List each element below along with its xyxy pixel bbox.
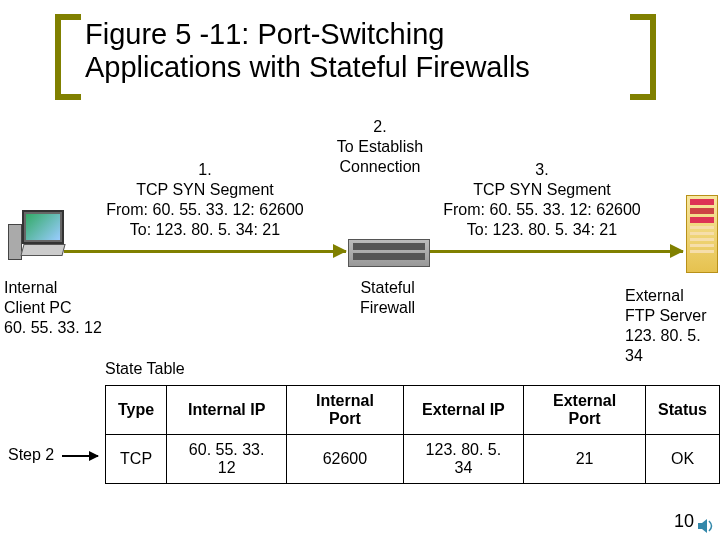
arrow-pc-to-firewall [64, 250, 346, 253]
state-table-title: State Table [105, 360, 185, 378]
pc-l3: 60. 55. 33. 12 [4, 319, 102, 336]
title-bracket-right [630, 14, 656, 100]
pc-l1: Internal [4, 279, 57, 296]
pc-l2: Client PC [4, 299, 72, 316]
note1-l3: To: 123. 80. 5. 34: 21 [130, 221, 280, 238]
state-table: Type Internal IP Internal Port External … [105, 385, 720, 484]
step2-label: Step 2 [8, 446, 54, 464]
note-1: 1. TCP SYN Segment From: 60. 55. 33. 12:… [95, 160, 315, 240]
th-external-ip: External IP [403, 386, 523, 435]
note2-l2: Connection [340, 158, 421, 175]
note2-num: 2. [373, 118, 386, 135]
note3-num: 3. [535, 161, 548, 178]
note-3: 3. TCP SYN Segment From: 60. 55. 33. 12:… [432, 160, 652, 240]
figure-title: Figure 5 -11: Port-Switching Application… [85, 18, 530, 85]
td-external-ip: 123. 80. 5. 34 [403, 435, 523, 484]
td-external-port: 21 [524, 435, 646, 484]
note3-l2: From: 60. 55. 33. 12: 62600 [443, 201, 640, 218]
note1-l1: TCP SYN Segment [136, 181, 274, 198]
th-internal-ip: Internal IP [167, 386, 287, 435]
server-label: External FTP Server 123. 80. 5. 34 [625, 286, 720, 366]
note3-l3: To: 123. 80. 5. 34: 21 [467, 221, 617, 238]
td-internal-ip: 60. 55. 33. 12 [167, 435, 287, 484]
note2-l1: To Establish [337, 138, 423, 155]
fw-l2: Firewall [360, 299, 415, 316]
fw-l1: Stateful [360, 279, 414, 296]
firewall-icon [348, 239, 430, 267]
srv-l3: 123. 80. 5. 34 [625, 327, 701, 364]
td-status: OK [646, 435, 720, 484]
table-header-row: Type Internal IP Internal Port External … [106, 386, 720, 435]
title-line1: Figure 5 -11: Port-Switching [85, 18, 444, 50]
title-line2: Applications with Stateful Firewalls [85, 51, 530, 83]
ftp-server-icon [686, 195, 718, 273]
th-type: Type [106, 386, 167, 435]
title-bracket-left [55, 14, 81, 100]
table-row: TCP 60. 55. 33. 12 62600 123. 80. 5. 34 … [106, 435, 720, 484]
srv-l1: External [625, 287, 684, 304]
td-internal-port: 62600 [287, 435, 404, 484]
arrow-step2 [62, 455, 98, 457]
arrow-firewall-to-server [430, 250, 683, 253]
speaker-icon [698, 518, 716, 534]
client-pc-label: Internal Client PC 60. 55. 33. 12 [4, 278, 102, 338]
note1-l2: From: 60. 55. 33. 12: 62600 [106, 201, 303, 218]
client-pc-icon [8, 210, 64, 266]
th-external-port: External Port [524, 386, 646, 435]
th-status: Status [646, 386, 720, 435]
note-2: 2. To Establish Connection [310, 117, 450, 177]
note3-l1: TCP SYN Segment [473, 181, 611, 198]
td-type: TCP [106, 435, 167, 484]
svg-marker-0 [698, 519, 707, 533]
page-number: 10 [674, 511, 694, 532]
firewall-label: Stateful Firewall [360, 278, 415, 318]
th-internal-port: Internal Port [287, 386, 404, 435]
note1-num: 1. [198, 161, 211, 178]
srv-l2: FTP Server [625, 307, 707, 324]
